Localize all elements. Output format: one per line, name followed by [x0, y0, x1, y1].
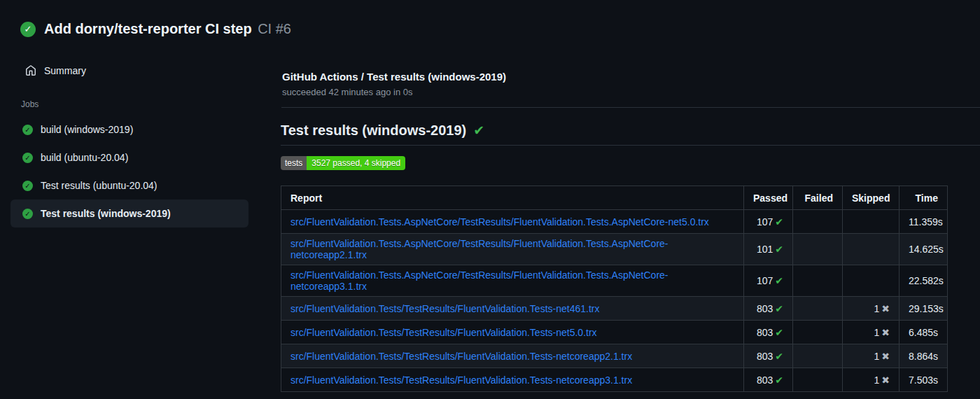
- passed-cell: 107✔: [744, 265, 793, 297]
- job-label: build (ubuntu-20.04): [41, 152, 128, 163]
- cross-icon: ✖: [881, 374, 890, 386]
- run-title-group: Add dorny/test-reporter CI step CI #6: [44, 21, 291, 37]
- check-icon: ✔: [775, 374, 783, 386]
- col-header-time: Time: [899, 186, 948, 210]
- passed-cell: 101✔: [744, 234, 793, 265]
- run-number: CI #6: [258, 21, 291, 36]
- time-cell: 29.153s: [899, 297, 948, 321]
- report-link[interactable]: src/FluentValidation.Tests.AspNetCore/Te…: [290, 270, 668, 292]
- jobs-section-label: Jobs: [21, 99, 280, 109]
- col-header-passed: Passed: [744, 186, 793, 210]
- job-breadcrumb: GitHub Actions / Test results (windows-2…: [282, 71, 980, 83]
- skipped-cell: 1✖: [843, 297, 899, 321]
- cross-icon: ✖: [881, 327, 890, 338]
- sidebar: Summary Jobs ✓build (windows-2019)✓build…: [0, 37, 280, 392]
- time-cell: 6.485s: [899, 321, 948, 344]
- main-content: GitHub Actions / Test results (windows-2…: [280, 37, 980, 392]
- sidebar-item-summary[interactable]: Summary: [0, 61, 280, 80]
- results-heading: Test results (windows-2019) ✔: [281, 122, 980, 139]
- report-cell: src/FluentValidation.Tests/TestResults/F…: [281, 368, 744, 392]
- col-header-report: Report: [281, 186, 744, 210]
- check-circle-icon: ✓: [22, 153, 33, 163]
- table-header-row: Report Passed Failed Skipped Time: [281, 186, 948, 210]
- sidebar-job-test-results-windows-2019[interactable]: ✓Test results (windows-2019): [10, 200, 248, 227]
- report-link[interactable]: src/FluentValidation.Tests/TestResults/F…: [290, 327, 597, 338]
- report-cell: src/FluentValidation.Tests.AspNetCore/Te…: [281, 210, 744, 234]
- table-row: src/FluentValidation.Tests/TestResults/F…: [281, 368, 948, 392]
- home-icon: [25, 65, 36, 76]
- run-title: Add dorny/test-reporter CI step: [44, 21, 252, 36]
- passed-cell: 803✔: [744, 344, 793, 368]
- skipped-cell: [843, 234, 899, 265]
- time-cell: 14.625s: [899, 234, 948, 265]
- time-cell: 22.582s: [899, 265, 948, 297]
- table-row: src/FluentValidation.Tests/TestResults/F…: [281, 321, 948, 344]
- cross-icon: ✖: [881, 351, 890, 362]
- report-table: Report Passed Failed Skipped Time src/Fl…: [281, 186, 948, 392]
- report-link[interactable]: src/FluentValidation.Tests/TestResults/F…: [290, 303, 599, 314]
- report-link[interactable]: src/FluentValidation.Tests/TestResults/F…: [290, 351, 632, 362]
- table-row: src/FluentValidation.Tests.AspNetCore/Te…: [281, 234, 948, 265]
- tests-badge: tests 3527 passed, 4 skipped: [281, 156, 405, 170]
- failed-cell: [793, 297, 843, 321]
- check-icon: ✔: [775, 351, 783, 362]
- skipped-cell: [843, 210, 899, 234]
- time-cell: 11.359s: [899, 210, 948, 234]
- jobs-list: ✓build (windows-2019)✓build (ubuntu-20.0…: [0, 115, 280, 227]
- job-label: Test results (windows-2019): [41, 208, 171, 219]
- check-icon: ✔: [775, 244, 783, 255]
- skipped-cell: [843, 265, 899, 297]
- check-circle-icon: ✓: [22, 209, 33, 219]
- report-cell: src/FluentValidation.Tests.AspNetCore/Te…: [281, 234, 744, 265]
- report-link[interactable]: src/FluentValidation.Tests.AspNetCore/Te…: [290, 238, 668, 260]
- report-cell: src/FluentValidation.Tests.AspNetCore/Te…: [281, 265, 744, 297]
- report-link[interactable]: src/FluentValidation.Tests/TestResults/F…: [290, 374, 632, 386]
- table-row: src/FluentValidation.Tests/TestResults/F…: [281, 297, 948, 321]
- time-cell: 8.864s: [899, 344, 948, 368]
- check-icon: ✔: [775, 327, 783, 338]
- success-check-icon: ✔: [473, 122, 484, 139]
- sidebar-job-build-windows-2019[interactable]: ✓build (windows-2019): [10, 115, 248, 144]
- check-icon: ✔: [775, 275, 783, 286]
- job-status-line: succeeded 42 minutes ago in 0s: [282, 87, 980, 97]
- check-circle-icon: ✓: [22, 181, 33, 191]
- sidebar-job-build-ubuntu-20-04[interactable]: ✓build (ubuntu-20.04): [10, 144, 248, 172]
- check-circle-icon: ✓: [22, 125, 33, 135]
- report-cell: src/FluentValidation.Tests/TestResults/F…: [281, 344, 744, 368]
- failed-cell: [793, 344, 843, 368]
- col-header-skipped: Skipped: [843, 186, 899, 210]
- failed-cell: [793, 321, 843, 344]
- table-row: src/FluentValidation.Tests/TestResults/F…: [281, 344, 948, 368]
- passed-cell: 803✔: [744, 321, 793, 344]
- divider: [281, 145, 980, 146]
- passed-cell: 803✔: [744, 297, 793, 321]
- col-header-failed: Failed: [793, 186, 843, 210]
- report-cell: src/FluentValidation.Tests/TestResults/F…: [281, 297, 744, 321]
- failed-cell: [793, 210, 843, 234]
- job-label: build (windows-2019): [41, 124, 133, 135]
- cross-icon: ✖: [881, 303, 890, 314]
- divider: [281, 107, 980, 108]
- skipped-cell: 1✖: [843, 344, 899, 368]
- failed-cell: [793, 234, 843, 265]
- table-row: src/FluentValidation.Tests.AspNetCore/Te…: [281, 210, 948, 234]
- passed-cell: 107✔: [744, 210, 793, 234]
- passed-cell: 803✔: [744, 368, 793, 392]
- report-cell: src/FluentValidation.Tests/TestResults/F…: [281, 321, 744, 344]
- time-cell: 7.503s: [899, 368, 948, 392]
- report-link[interactable]: src/FluentValidation.Tests.AspNetCore/Te…: [290, 216, 709, 227]
- page-layout: Summary Jobs ✓build (windows-2019)✓build…: [0, 37, 980, 392]
- tests-badge-value: 3527 passed, 4 skipped: [307, 156, 405, 170]
- job-label: Test results (ubuntu-20.04): [41, 180, 158, 191]
- failed-cell: [793, 265, 843, 297]
- check-circle-icon: ✓: [20, 22, 36, 37]
- skipped-cell: 1✖: [843, 368, 899, 392]
- check-icon: ✔: [775, 303, 783, 314]
- failed-cell: [793, 368, 843, 392]
- skipped-cell: 1✖: [843, 321, 899, 344]
- results-heading-text: Test results (windows-2019): [281, 122, 466, 139]
- check-icon: ✔: [775, 216, 783, 227]
- run-header: ✓ Add dorny/test-reporter CI step CI #6: [0, 0, 980, 37]
- sidebar-job-test-results-ubuntu-20-04[interactable]: ✓Test results (ubuntu-20.04): [10, 172, 248, 200]
- tests-badge-label: tests: [281, 156, 307, 170]
